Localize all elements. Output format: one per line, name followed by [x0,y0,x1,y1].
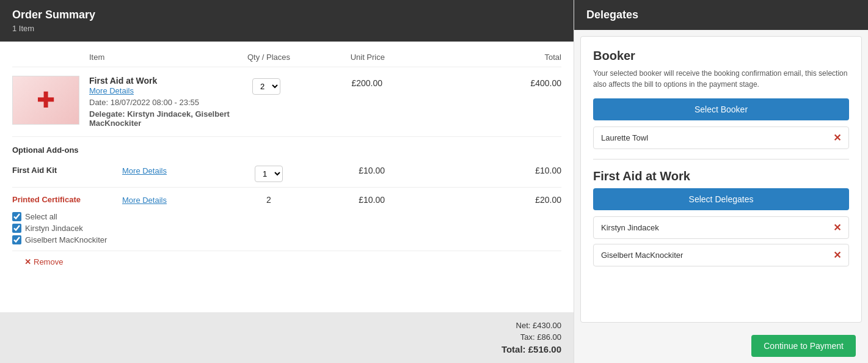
remove-label: Remove [34,257,63,266]
item-date: Date: 18/07/2022 08:00 - 23:55 [89,98,230,107]
order-summary-title: Order Summary [12,9,561,21]
cert-link[interactable]: More Details [122,196,167,205]
delegate-label: Delegate: [89,109,125,119]
delegate2-tag: Giselbert MacKnockiter ✕ [593,244,849,266]
delegates-title: Delegates [586,9,856,21]
booker-name: Laurette Towl [601,133,648,142]
cert-unit: £10.00 [305,195,385,205]
item-name: First Aid at Work [89,76,230,86]
delegate2-remove-icon[interactable]: ✕ [833,249,841,261]
qty-select[interactable]: 1 2 3 4 5 [252,78,280,95]
addons-title: Optional Add-ons [12,143,561,155]
select-all-label: Select all [25,212,57,221]
delegate2-name: Giselbert MacKnockiter [601,251,683,260]
first-aid-icon: ✚ [37,87,55,113]
total-cell: £400.00 [382,76,561,88]
left-header: Order Summary 1 Item [0,0,574,42]
unit-price-cell: £200.00 [303,76,382,88]
col-item-header: Item [12,53,232,62]
delegate2-check[interactable]: Giselbert MacKnockiter [12,235,561,244]
addon-kit-name: First Aid Kit [12,166,122,175]
cert-qty: 2 [232,195,305,205]
item-delegate: Delegate: Kirstyn Jindacek, Giselbert Ma… [89,109,230,128]
addons-section: Optional Add-ons First Aid Kit More Deta… [0,137,574,273]
delegate2-label: Giselbert MacKnockiter [25,235,107,244]
item-more-details-link[interactable]: More Details [89,86,134,95]
delegate1-label: Kirstyn Jindacek [25,224,83,233]
col-qty-header: Qty / Places [232,53,305,62]
table-header-row: Item Qty / Places Unit Price Total [12,48,561,67]
delegate1-name: Kirstyn Jindacek [601,223,659,232]
addon-kit-link-cell: More Details [122,166,232,175]
main-item-row: ✚ First Aid at Work More Details Date: 1… [12,67,561,137]
addon-kit-total: £10.00 [385,166,561,175]
left-footer: Net: £430.00 Tax: £86.00 Total: £516.00 [0,312,574,363]
booker-desc: Your selected booker will receive the bo… [593,68,849,90]
continue-to-payment-button[interactable]: Continue to Payment [751,335,856,357]
net-line: Net: £430.00 [12,321,561,330]
cert-section: Printed Certificate More Details 2 £10.0… [12,188,561,251]
delegate1-check[interactable]: Kirstyn Jindacek [12,224,561,233]
left-body: Item Qty / Places Unit Price Total ✚ Fir… [0,42,574,312]
addon-kit-link[interactable]: More Details [122,166,167,175]
first-aid-title: First Aid at Work [593,169,849,183]
order-table: Item Qty / Places Unit Price Total ✚ Fir… [0,42,574,137]
right-footer: Continue to Payment [574,329,868,363]
qty-cell: 1 2 3 4 5 [230,76,303,95]
addon-kit-qty-cell: 1 2 3 [232,166,305,182]
booker-tag: Laurette Towl ✕ [593,127,849,149]
cert-link-cell: More Details [122,195,232,205]
cert-name: Printed Certificate [12,195,122,204]
delegate1-tag: Kirstyn Jindacek ✕ [593,216,849,239]
addon-kit-qty-select[interactable]: 1 2 3 [255,166,283,182]
cert-row: Printed Certificate More Details 2 £10.0… [12,191,561,208]
booker-title: Booker [593,49,849,63]
booker-remove-icon[interactable]: ✕ [833,132,841,144]
item-image: ✚ [12,76,79,125]
delegate1-remove-icon[interactable]: ✕ [833,222,841,233]
cert-total: £20.00 [385,195,561,205]
right-body: Booker Your selected booker will receive… [580,36,862,323]
item-info: First Aid at Work More Details Date: 18/… [89,76,230,128]
delegate1-checkbox[interactable] [12,224,21,233]
col-unit-header: Unit Price [305,53,385,62]
total-line: Total: £516.00 [12,344,561,354]
addon-row-kit: First Aid Kit More Details 1 2 3 £10.00 … [12,161,561,188]
select-booker-button[interactable]: Select Booker [593,98,849,120]
select-all-check[interactable]: Select all [12,212,561,221]
tax-line: Tax: £86.00 [12,332,561,342]
delegates-panel: Delegates Booker Your selected booker wi… [574,0,868,363]
item-count: 1 Item [12,24,561,33]
remove-icon: ✕ [24,257,31,266]
order-summary-panel: Order Summary 1 Item Item Qty / Places U… [0,0,574,363]
cert-checkboxes: Select all Kirstyn Jindacek Giselbert Ma… [12,212,561,244]
addon-kit-unit: £10.00 [305,166,385,175]
right-header: Delegates [574,0,868,30]
select-delegates-button[interactable]: Select Delegates [593,188,849,210]
delegate2-checkbox[interactable] [12,235,21,244]
select-all-checkbox[interactable] [12,212,21,221]
col-total-header: Total [385,53,561,62]
remove-link[interactable]: ✕ Remove [12,251,75,273]
section-divider [593,159,849,160]
